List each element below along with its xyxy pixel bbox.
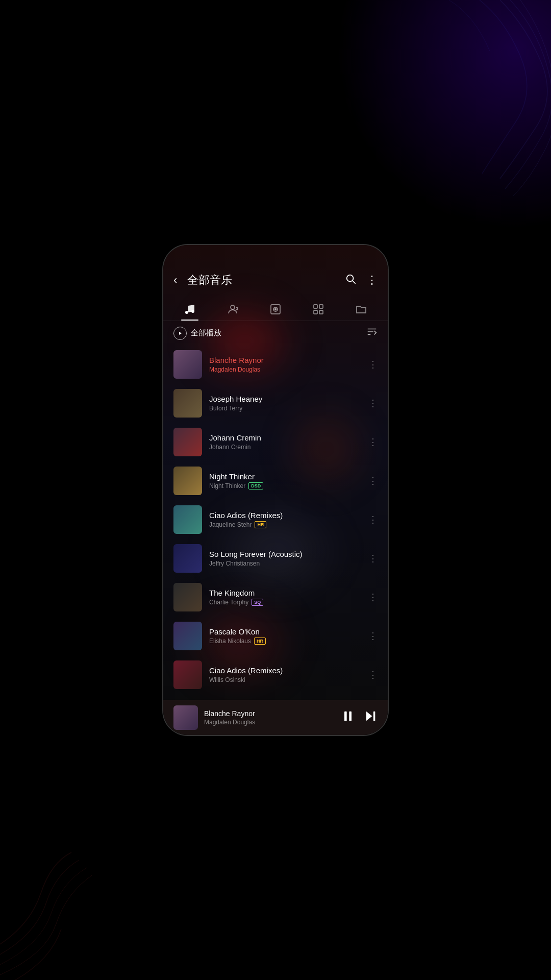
svg-rect-17 [349,711,352,721]
song-artist: Johann Cremin [209,444,251,451]
more-options-button[interactable]: ⋮ [364,396,378,411]
song-item[interactable]: The Kingdom Charlie Torphy SQ ⋮ [163,578,388,617]
song-artist-row: Buford Terry [209,405,357,412]
song-artist: Night Thinker [209,482,245,489]
header: ‹ 全部音乐 ⋮ [163,245,388,297]
svg-rect-11 [319,310,323,314]
svg-rect-8 [314,305,317,308]
more-options-button[interactable]: ⋮ [364,473,378,488]
song-artist-row: Charlie Torphy SQ [209,599,357,606]
quality-badge: SQ [252,599,263,606]
more-options-button[interactable]: ⋮ [364,357,378,372]
song-thumbnail [173,428,202,456]
song-item[interactable]: Blanche Raynor Magdalen Douglas ⋮ [163,345,388,384]
svg-rect-19 [373,711,375,721]
song-thumbnail [173,544,202,573]
song-title: Pascale O'Kon [209,627,357,636]
song-info: Johann Cremin Johann Cremin [209,433,357,451]
song-info: So Long Forever (Acoustic) Jeffry Christ… [209,550,357,567]
song-title: Night Thinker [209,472,357,481]
song-title: The Kingdom [209,589,357,597]
song-item[interactable]: Night Thinker Night Thinker DSD ⋮ [163,461,388,500]
svg-rect-10 [314,310,317,314]
more-options-button[interactable]: ⋮ [364,434,378,450]
song-thumbnail [173,583,202,611]
song-thumbnail [173,350,202,379]
song-thumbnail [173,505,202,534]
song-artist: Charlie Torphy [209,599,248,606]
song-item[interactable]: Ciao Adios (Remixes) Jaqueline Stehr HR … [163,500,388,539]
tab-grid[interactable] [304,300,333,321]
song-item[interactable]: Pascale O'Kon Elisha Nikolaus HR ⋮ [163,617,388,655]
song-artist: Buford Terry [209,405,242,412]
now-playing-bar: Blanche Raynor Magdalen Douglas [163,700,388,735]
song-artist-row: Jaqueline Stehr HR [209,521,357,528]
svg-rect-16 [344,711,347,721]
header-actions: ⋮ [345,273,378,287]
song-artist-row: Johann Cremin [209,444,357,451]
song-title: Ciao Adios (Remixes) [209,511,357,520]
song-artist: Magdalen Douglas [209,366,260,373]
song-thumbnail [173,660,202,689]
page-title: 全部音乐 [187,273,339,288]
song-artist: Elisha Nikolaus [209,638,251,645]
more-options-button[interactable]: ⋮ [364,551,378,566]
song-thumbnail [173,622,202,650]
more-options-icon[interactable]: ⋮ [366,274,378,287]
play-circle-icon [173,327,187,340]
song-title: Ciao Adios (Remixes) [209,666,357,675]
skip-next-button[interactable] [363,709,378,727]
song-thumbnail [173,467,202,495]
more-options-button[interactable]: ⋮ [364,512,378,527]
song-info: Ciao Adios (Remixes) Willis Osinski [209,666,357,683]
more-options-button[interactable]: ⋮ [364,667,378,682]
play-all-label: 全部播放 [191,328,221,338]
svg-point-7 [275,309,277,310]
song-title: So Long Forever (Acoustic) [209,550,357,558]
svg-line-1 [353,281,355,283]
tab-folders[interactable] [347,300,375,321]
svg-marker-18 [366,711,372,721]
song-info: Blanche Raynor Magdalen Douglas [209,356,357,373]
sort-button[interactable] [366,326,378,340]
song-item[interactable]: So Long Forever (Acoustic) Jeffry Christ… [163,539,388,578]
quality-badge: HR [254,638,266,645]
song-artist-row: Magdalen Douglas [209,366,357,373]
tab-artists[interactable] [218,300,247,321]
song-list: Blanche Raynor Magdalen Douglas ⋮ Joseph… [163,345,388,700]
song-title: Joseph Heaney [209,395,357,403]
song-info: Ciao Adios (Remixes) Jaqueline Stehr HR [209,511,357,528]
song-artist: Willis Osinski [209,676,245,683]
song-item[interactable]: Joseph Heaney Buford Terry ⋮ [163,384,388,423]
tab-albums[interactable] [261,300,290,321]
more-options-button[interactable]: ⋮ [364,628,378,644]
song-thumbnail [173,389,202,418]
quality-badge: DSD [248,482,263,489]
tab-songs[interactable] [176,300,204,321]
play-all-button[interactable]: 全部播放 [173,327,366,340]
search-icon[interactable] [345,273,356,287]
song-title: Johann Cremin [209,433,357,442]
svg-point-3 [191,310,194,313]
song-item[interactable]: Ciao Adios (Remixes) Willis Osinski ⋮ [163,655,388,694]
back-button[interactable]: ‹ [173,272,181,289]
song-info: Night Thinker Night Thinker DSD [209,472,357,489]
song-artist: Jeffry Christiansen [209,560,260,567]
song-info: Pascale O'Kon Elisha Nikolaus HR [209,627,357,645]
song-artist-row: Night Thinker DSD [209,482,357,489]
playback-controls [341,709,378,727]
song-info: Joseph Heaney Buford Terry [209,395,357,412]
song-artist: Jaqueline Stehr [209,521,252,528]
svg-point-4 [231,305,235,309]
song-artist-row: Willis Osinski [209,676,357,683]
now-playing-thumb [173,705,198,730]
now-playing-title: Blanche Raynor [204,709,335,718]
song-title: Blanche Raynor [209,356,357,364]
svg-point-2 [185,311,188,314]
song-artist-row: Jeffry Christiansen [209,560,357,567]
now-playing-artist: Magdalen Douglas [204,719,335,726]
more-options-button[interactable]: ⋮ [364,590,378,605]
quality-badge: HR [255,521,266,528]
song-item[interactable]: Johann Cremin Johann Cremin ⋮ [163,423,388,461]
pause-button[interactable] [341,709,355,727]
